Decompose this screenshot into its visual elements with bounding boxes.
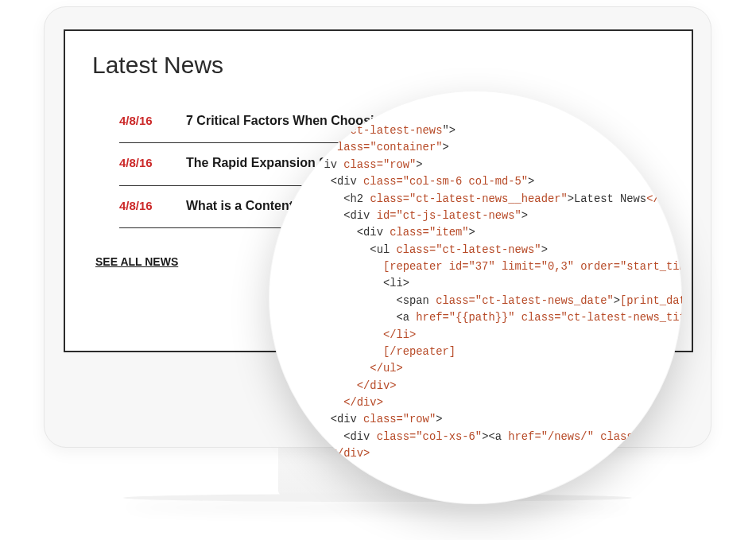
latest-news-header: Latest News xyxy=(92,52,665,79)
news-date: 4/8/16 xyxy=(119,112,186,127)
code-magnifier: ct-latest-news"> lass="container"> iv cl… xyxy=(269,91,682,504)
news-date: 4/8/16 xyxy=(119,197,186,212)
see-all-news-link[interactable]: SEE ALL NEWS xyxy=(95,255,178,268)
code-snippet: ct-latest-news"> lass="container"> iv cl… xyxy=(269,122,682,463)
news-date: 4/8/16 xyxy=(119,154,186,169)
news-title: 7 Critical Factors When Choosin xyxy=(186,112,382,130)
monitor-base xyxy=(123,494,632,502)
